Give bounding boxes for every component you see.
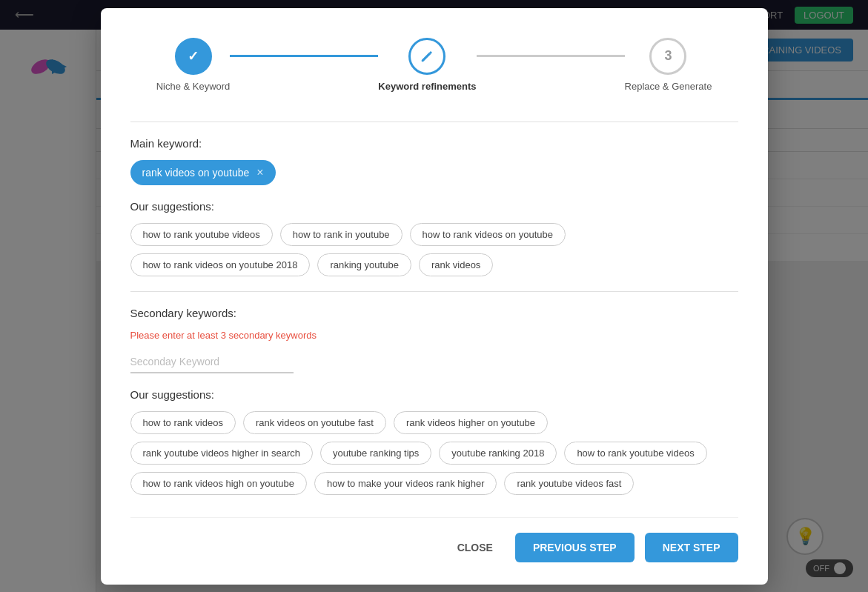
stepper: ✓ Niche & Keyword Keyword refinements 3: [130, 38, 738, 92]
main-keyword-label: Main keyword:: [130, 137, 738, 150]
close-button[interactable]: CLOSE: [445, 534, 505, 561]
secondary-suggestion-pill[interactable]: how to make your videos rank higher: [314, 472, 497, 495]
modal-overlay: ✓ Niche & Keyword Keyword refinements 3: [0, 0, 868, 592]
step-1-niche-keyword: ✓ Niche & Keyword: [156, 38, 231, 92]
secondary-suggestion-pill[interactable]: how to rank youtube videos: [564, 442, 706, 465]
step-1-circle: ✓: [175, 38, 212, 75]
suggestion-pill[interactable]: rank videos: [419, 253, 493, 276]
main-suggestions-pills: how to rank youtube videos how to rank i…: [130, 223, 738, 276]
main-keyword-tag: rank videos on youtube ×: [130, 160, 276, 185]
secondary-keyword-input[interactable]: [130, 351, 294, 373]
step-connector-1: [230, 55, 378, 57]
remove-keyword-button[interactable]: ×: [256, 166, 263, 179]
secondary-suggestion-pill[interactable]: how to rank videos: [130, 411, 236, 434]
main-keyword-value: rank videos on youtube: [142, 167, 250, 179]
secondary-keywords-section: Secondary keywords: Please enter at leas…: [130, 307, 738, 373]
step-2-keyword-refinements: Keyword refinements: [378, 38, 476, 92]
main-keyword-section: Main keyword: rank videos on youtube ×: [130, 137, 738, 200]
modal-footer: CLOSE PREVIOUS STEP NEXT STEP: [130, 517, 738, 562]
suggestion-pill[interactable]: ranking youtube: [317, 253, 411, 276]
step-2-circle: [408, 38, 445, 75]
secondary-suggestion-pill[interactable]: rank videos higher on youtube: [394, 411, 548, 434]
secondary-suggestion-pill[interactable]: rank videos on youtube fast: [243, 411, 386, 434]
secondary-suggestions-pills: how to rank videos rank videos on youtub…: [130, 411, 738, 495]
secondary-keyword-input-wrapper: [130, 351, 738, 373]
secondary-keywords-error: Please enter at least 3 secondary keywor…: [130, 330, 738, 341]
step-3-label: Replace & Generate: [625, 81, 712, 92]
secondary-suggestion-pill[interactable]: how to rank videos high on youtube: [130, 472, 308, 495]
step-3-replace-generate: 3 Replace & Generate: [625, 38, 712, 92]
next-step-button[interactable]: NEXT STEP: [645, 533, 738, 562]
secondary-suggestion-pill[interactable]: rank youtube videos fast: [504, 472, 634, 495]
step-1-label: Niche & Keyword: [156, 81, 231, 92]
previous-step-button[interactable]: PREVIOUS STEP: [515, 533, 635, 562]
suggestion-pill[interactable]: how to rank youtube videos: [130, 223, 273, 246]
suggestion-pill[interactable]: how to rank videos on youtube: [410, 223, 566, 246]
step-2-label: Keyword refinements: [378, 81, 476, 92]
divider-2: [130, 291, 738, 292]
suggestion-pill[interactable]: how to rank in youtube: [280, 223, 402, 246]
secondary-suggestions-label: Our suggestions:: [130, 388, 738, 401]
modal-dialog: ✓ Niche & Keyword Keyword refinements 3: [101, 8, 768, 585]
step-3-circle: 3: [649, 38, 686, 75]
secondary-suggestion-pill[interactable]: youtube ranking tips: [320, 442, 431, 465]
main-suggestions-label: Our suggestions:: [130, 200, 738, 213]
secondary-suggestion-pill[interactable]: rank youtube videos higher in search: [130, 442, 313, 465]
secondary-keywords-label: Secondary keywords:: [130, 307, 738, 319]
suggestion-pill[interactable]: how to rank videos on youtube 2018: [130, 253, 311, 276]
secondary-suggestion-pill[interactable]: youtube ranking 2018: [439, 442, 557, 465]
divider-1: [130, 122, 738, 122]
step-connector-2: [477, 55, 625, 57]
